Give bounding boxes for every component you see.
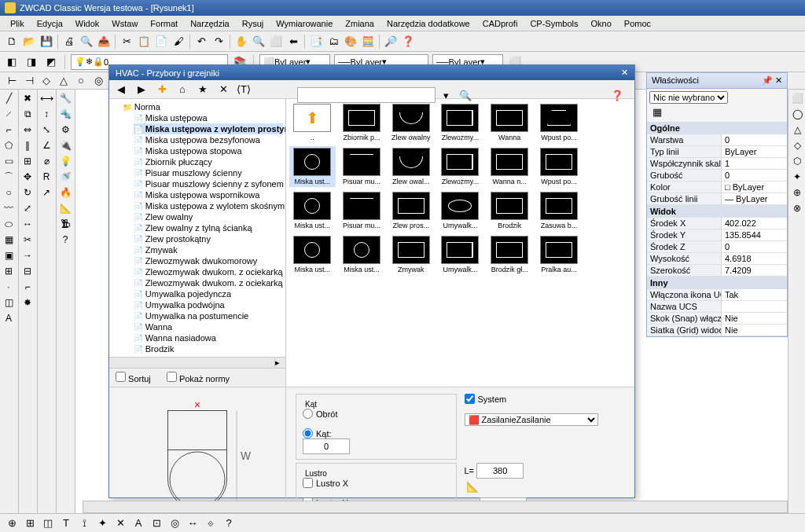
- cp-icon[interactable]: ?: [58, 233, 72, 247]
- property-row[interactable]: Warstwa0: [647, 134, 787, 146]
- snap-icon[interactable]: △: [56, 73, 72, 89]
- tree-item[interactable]: Wanna: [134, 321, 283, 332]
- zoom-icon[interactable]: 🔍: [251, 34, 266, 50]
- status-icon[interactable]: ✕: [112, 515, 128, 531]
- menu-item[interactable]: Narzędzia dodatkowe: [380, 17, 476, 30]
- property-row[interactable]: Grubość0: [647, 170, 787, 182]
- redo-icon[interactable]: ↷: [211, 34, 226, 50]
- tree-item[interactable]: Zlew owalny z tylną ścianką: [134, 222, 283, 233]
- mirror-icon[interactable]: ⇔: [20, 123, 35, 137]
- tool-icon[interactable]: ⊕: [790, 185, 804, 200]
- stretch-icon[interactable]: ↔: [20, 217, 35, 231]
- add-icon[interactable]: ✚: [154, 82, 170, 97]
- menu-item[interactable]: Rysuj: [236, 17, 270, 30]
- property-row[interactable]: Środek Z0: [647, 241, 787, 253]
- tree-item[interactable]: Umywalka na postumencie: [134, 310, 283, 321]
- open-icon[interactable]: 📂: [21, 34, 37, 50]
- tree-item[interactable]: Zlewozmywak dwukom. z ociekarką: [134, 266, 283, 277]
- status-icon[interactable]: ⊡: [149, 515, 164, 531]
- thumbnail-item[interactable]: Zlewozmy...: [437, 146, 483, 187]
- help-icon[interactable]: ❓: [400, 34, 416, 50]
- text-icon[interactable]: ⟨T⟩: [236, 82, 252, 97]
- property-row[interactable]: Środek Y135.8544: [647, 229, 787, 241]
- cp-icon[interactable]: 🔩: [58, 107, 72, 121]
- thumbnail-item[interactable]: Zlewozmy...: [437, 102, 483, 143]
- property-row[interactable]: Grubość linii— ByLayer: [647, 193, 787, 205]
- polygon-icon[interactable]: ⬠: [2, 138, 16, 152]
- show-norms-checkbox[interactable]: Pokaż normy: [167, 372, 230, 383]
- help-icon[interactable]: ❓: [609, 87, 625, 103]
- zoom-window-icon[interactable]: ⬜: [268, 34, 284, 50]
- erase-icon[interactable]: ✖: [20, 91, 35, 105]
- calc-icon[interactable]: 🧮: [360, 34, 376, 50]
- cp-icon[interactable]: ⚙: [58, 123, 72, 137]
- thumbnail-item[interactable]: Pisuar mu...: [339, 190, 385, 231]
- tool-icon[interactable]: ◇: [790, 138, 804, 152]
- tree-item[interactable]: Zmywak: [134, 244, 283, 255]
- thumbnail-item[interactable]: Zlew owal...: [388, 146, 434, 187]
- thumbnail-item[interactable]: Zasuwa b...: [536, 190, 583, 231]
- tree-item[interactable]: Umywalka podwójna: [134, 299, 283, 310]
- thumbnail-item[interactable]: Wpust po...: [536, 146, 583, 187]
- copy-icon[interactable]: ⧉: [20, 107, 35, 121]
- zoom-prev-icon[interactable]: ⬅: [285, 34, 301, 50]
- block-icon[interactable]: ◫: [2, 295, 16, 310]
- property-row[interactable]: Siatka (Grid) widocznaNie: [647, 325, 787, 336]
- line-icon[interactable]: ╱: [2, 91, 16, 105]
- pline-icon[interactable]: ⌐: [2, 123, 16, 137]
- tree-item[interactable]: Miska ustępowa bezsyfonowa: [134, 134, 283, 145]
- selection-dropdown[interactable]: Nic nie wybrano: [649, 91, 728, 104]
- xline-icon[interactable]: ⟋: [2, 107, 16, 121]
- status-icon[interactable]: ◎: [167, 515, 182, 531]
- dialog-titlebar[interactable]: HVAC - Przybory i grzejniki ✕: [109, 65, 634, 80]
- tree-item[interactable]: Miska ustępowa z wylotem skośnym: [134, 200, 283, 211]
- tool-palettes-icon[interactable]: 🎨: [343, 34, 358, 50]
- tree-item[interactable]: Zlewozmywak dwukom. z ociekarką: [134, 277, 283, 288]
- tree-item[interactable]: Pisuar muszlowy ścienny: [134, 167, 283, 178]
- dim-icon[interactable]: ⌀: [39, 154, 53, 168]
- print-icon[interactable]: 🖨: [61, 34, 77, 50]
- length-input[interactable]: [476, 463, 524, 479]
- pin-icon[interactable]: 📌 ✕: [762, 75, 782, 86]
- cp-icon[interactable]: 🔧: [58, 91, 72, 105]
- thumbnail-item[interactable]: Miska ust...: [289, 146, 336, 187]
- tool-icon[interactable]: ⊗: [790, 201, 804, 215]
- tree-folder[interactable]: Norma: [123, 101, 283, 112]
- thumbnail-item[interactable]: Wanna: [487, 102, 533, 143]
- dim-icon[interactable]: ⤡: [39, 123, 53, 137]
- rect-icon[interactable]: ▭: [2, 154, 16, 168]
- thumbnail-item[interactable]: Zbiornik p...: [339, 102, 385, 143]
- dim-icon[interactable]: ↕: [39, 107, 53, 121]
- menu-item[interactable]: Wymiarowanie: [270, 17, 339, 30]
- circle-icon[interactable]: ○: [2, 185, 16, 200]
- hatch-icon[interactable]: ▦: [2, 233, 16, 247]
- thumbnail-item[interactable]: Wpust po...: [536, 102, 583, 143]
- cp-icon[interactable]: 🚿: [58, 170, 72, 184]
- tree-item[interactable]: Zlew prostokątny: [134, 233, 283, 244]
- tree-item[interactable]: Miska ustępowa wspornikowa: [134, 189, 283, 200]
- menu-item[interactable]: Plik: [4, 17, 31, 30]
- status-icon[interactable]: ⊞: [22, 515, 38, 531]
- tree-item[interactable]: Wanna nasiadowa: [134, 332, 283, 343]
- scale-icon[interactable]: ⤢: [20, 201, 35, 215]
- angle-input[interactable]: [303, 438, 350, 454]
- cp-icon[interactable]: 🔌: [58, 138, 72, 152]
- property-row[interactable]: Typ liniiByLayer: [647, 146, 787, 158]
- tool-icon[interactable]: △: [790, 123, 804, 137]
- snap-icon[interactable]: ○: [73, 73, 89, 89]
- close-icon[interactable]: ✕: [621, 68, 628, 78]
- tree-item[interactable]: Brodzik: [134, 343, 283, 354]
- spline-icon[interactable]: 〰: [2, 201, 16, 215]
- layer-icon[interactable]: ◩: [43, 54, 59, 70]
- angle-radio[interactable]: Kąt:: [303, 428, 450, 438]
- property-row[interactable]: Skok (Snap) włączonyNie: [647, 313, 787, 325]
- design-center-icon[interactable]: 🗂: [325, 34, 341, 50]
- array-icon[interactable]: ⊞: [20, 154, 35, 168]
- status-icon[interactable]: ⟟: [76, 515, 92, 531]
- cp-icon[interactable]: 🗜: [58, 217, 72, 231]
- menu-item[interactable]: Pomoc: [618, 17, 657, 30]
- copy-icon[interactable]: 📋: [136, 34, 152, 50]
- snap-icon[interactable]: ⊢: [4, 73, 20, 89]
- fillet-icon[interactable]: ⌐: [20, 280, 35, 294]
- rotation-radio[interactable]: Obrót: [303, 409, 450, 419]
